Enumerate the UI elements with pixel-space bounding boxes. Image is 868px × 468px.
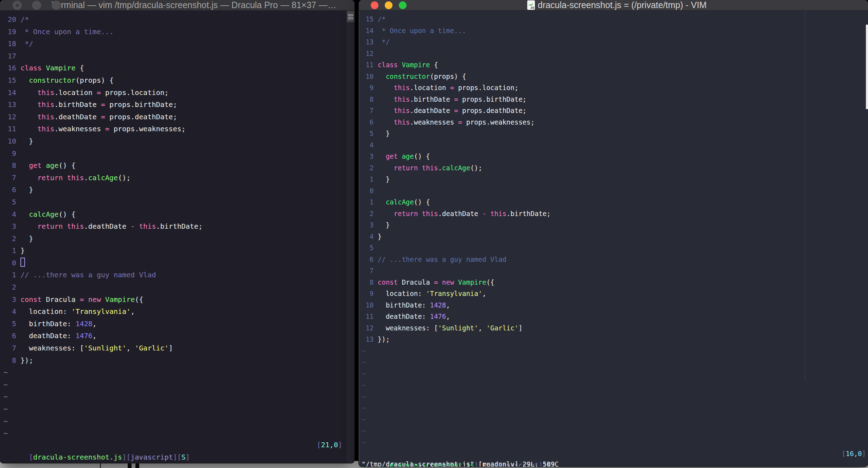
line-number: 5 — [362, 242, 374, 254]
status-segment: 21,0 — [321, 441, 338, 449]
minimize-button[interactable] — [32, 1, 41, 10]
line-number: 17 — [4, 50, 16, 62]
code-token: class — [20, 64, 42, 72]
code-token: . — [438, 164, 442, 172]
line-number: 4 — [4, 305, 16, 318]
code-line: 15 constructor(props) { — [4, 74, 347, 87]
code-token: this — [67, 173, 84, 182]
line-number: 3 — [4, 293, 16, 306]
code-token — [398, 61, 402, 69]
code-token: = — [454, 95, 458, 103]
minimize-button[interactable] — [385, 1, 392, 9]
code-line: 3 get age() { — [362, 151, 868, 162]
code-line: 6 this.weaknesses = props.weaknesses; — [362, 116, 868, 128]
code-token: .birthDate; — [506, 210, 551, 217]
code-token: constructor — [29, 76, 75, 84]
terminal-scrollbar[interactable] — [347, 11, 355, 463]
code-token: 'Sunlight' — [84, 344, 126, 352]
zoom-button[interactable] — [399, 1, 407, 9]
code-token: // ...there was a guy named Vlad — [20, 271, 156, 279]
code-token: } — [20, 246, 25, 255]
code-token: .deathDate — [410, 107, 454, 114]
vim-cursor — [20, 258, 25, 267]
code-token: , — [446, 301, 450, 309]
code-token: 1428 — [430, 301, 446, 309]
code-token: weaknesses: [ — [378, 324, 438, 332]
line-number: 5 — [4, 196, 16, 208]
code-token — [486, 210, 490, 217]
code-line: 13 */ — [362, 36, 868, 48]
empty-buffer-line: ~ — [4, 403, 347, 415]
code-token: props.location; — [101, 88, 169, 97]
code-token — [398, 152, 402, 160]
code-token: this — [490, 210, 506, 217]
split-pane-icon — [348, 17, 353, 19]
code-line: 10 } — [4, 135, 347, 147]
empty-buffer-line: ~ — [362, 425, 868, 437]
code-token: props.location; — [454, 84, 518, 91]
code-line: 11 this.weaknesses = props.weaknesses; — [4, 123, 347, 135]
code-token — [84, 295, 88, 304]
status-segment: [ — [842, 450, 845, 457]
code-line: 1 } — [362, 173, 868, 185]
code-token: age — [46, 161, 58, 170]
code-line: 8}); — [4, 354, 347, 367]
close-button[interactable] — [13, 1, 22, 10]
code-token: = — [454, 107, 458, 114]
window-left-border — [359, 11, 359, 467]
empty-buffer-line: ~ — [362, 356, 868, 368]
code-token — [20, 161, 29, 170]
split-pane-icon — [348, 14, 353, 16]
line-number: 8 — [4, 354, 16, 367]
macvim-titlebar[interactable]: JS dracula-screenshot.js = (/private/tmp… — [359, 0, 868, 11]
code-token: .weaknesses — [54, 125, 105, 133]
code-token — [63, 173, 67, 182]
code-token: */ — [20, 39, 33, 48]
code-line: 10 birthDate: 1428, — [362, 299, 868, 311]
code-token: 'Sunlight' — [438, 324, 478, 332]
code-token: props.birthDate; — [105, 100, 177, 109]
code-line: 11class Vampire { — [362, 59, 868, 71]
js-file-icon-scribble — [528, 1, 533, 6]
code-token: } — [378, 129, 390, 137]
code-line: 6// ...there was a guy named Vlad — [362, 254, 868, 265]
zoom-button[interactable] — [52, 1, 61, 10]
code-token: , — [92, 331, 97, 340]
code-token: calcAge — [442, 164, 470, 172]
status-segment: 16,0 — [846, 450, 862, 457]
line-number: 7 — [362, 105, 374, 116]
code-line: 2 return this.calcAge(); — [362, 162, 868, 174]
code-token: = — [80, 295, 84, 304]
tilde-marker: ~ — [4, 417, 8, 425]
close-button[interactable] — [371, 1, 378, 9]
code-token — [378, 84, 394, 91]
status-segment: dracula-screenshot.js — [33, 453, 122, 461]
code-line: 5 } — [362, 128, 868, 139]
empty-buffer-line: ~ — [362, 391, 868, 403]
line-number: 8 — [362, 94, 374, 105]
code-line: 11 deathDate: 1476, — [362, 311, 868, 322]
split-pane-button[interactable] — [347, 11, 355, 22]
code-line: 7 weaknesses: ['Sunlight', 'Garlic'] — [4, 342, 347, 354]
code-line: 4 — [362, 139, 868, 151]
code-line: 9 location: 'Transylvania', — [362, 288, 868, 299]
code-line: 0 — [362, 185, 868, 197]
scrollbar-edge-line — [805, 11, 805, 380]
code-token: () { — [59, 210, 76, 219]
empty-buffer-line: ~ — [362, 402, 868, 414]
line-number: 8 — [362, 277, 374, 288]
line-number: 20 — [4, 13, 16, 26]
line-number: 14 — [4, 87, 16, 99]
code-token: } — [378, 221, 390, 229]
tilde-marker: ~ — [4, 405, 8, 413]
code-token: 'Transylvania' — [426, 290, 482, 297]
code-token: , — [446, 312, 450, 320]
status-segment: [ — [317, 441, 321, 449]
code-token: (); — [118, 173, 130, 182]
code-line: 5 — [362, 242, 868, 254]
code-token: 'Garlic' — [486, 324, 519, 332]
code-line: 20/* — [4, 13, 347, 26]
code-token: * Once upon a time... — [20, 27, 114, 36]
code-token: } — [20, 137, 33, 145]
background-window-sliver — [866, 25, 868, 109]
